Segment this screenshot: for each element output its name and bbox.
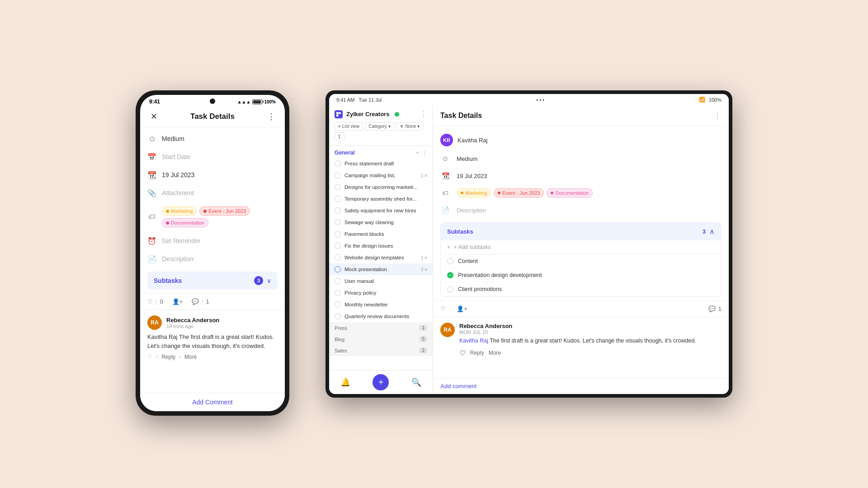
- td-comments-item[interactable]: 💬 1: [708, 305, 722, 312]
- attachment-row[interactable]: 📎 Attachment: [140, 184, 285, 202]
- reminder-placeholder: Set Reminder: [162, 237, 201, 244]
- comments-item[interactable]: 💬 | 1: [192, 298, 209, 305]
- td-add-comment-button[interactable]: Add comment: [433, 378, 729, 394]
- task-item[interactable]: Privacy policy: [329, 287, 433, 299]
- notifications-button[interactable]: 🔔: [340, 377, 350, 387]
- add-member-item[interactable]: 👤+: [172, 298, 183, 305]
- task-name: Monthly newsletter: [344, 302, 427, 307]
- td-comment-actions: ♡ Reply More: [459, 349, 722, 357]
- svg-rect-2: [336, 114, 339, 117]
- td-description-icon: 📄: [440, 205, 450, 215]
- reply-button[interactable]: Reply: [161, 354, 175, 360]
- count-filter[interactable]: 1: [335, 132, 344, 141]
- comment-like-icon[interactable]: ♡: [147, 354, 152, 360]
- task-item[interactable]: Website design templates 1 ≡: [329, 252, 433, 263]
- app-more-icon[interactable]: ⋮: [420, 110, 427, 118]
- task-circle: [335, 184, 341, 190]
- task-item[interactable]: Fix the design issues: [329, 240, 433, 252]
- subtask-item-design[interactable]: Presentation design development: [441, 268, 721, 282]
- td-add-member-item[interactable]: 👤+: [457, 305, 467, 312]
- td-description-row[interactable]: 📄 Description: [433, 202, 729, 219]
- list-view-filter[interactable]: ≡ List view: [335, 122, 363, 131]
- search-button[interactable]: 🔍: [411, 377, 421, 387]
- task-name: Safety equipment for new hires: [344, 208, 427, 213]
- general-group-header: General + ⋮: [329, 146, 433, 158]
- task-item[interactable]: User manual: [329, 275, 433, 287]
- subtasks-count-badge: 3: [254, 276, 263, 285]
- category-filter[interactable]: Category ▾: [365, 122, 394, 131]
- tag-event: Event - Jun 2023: [199, 206, 250, 216]
- task-item[interactable]: Campaign mailing list, 1 ≡: [329, 169, 433, 181]
- battery-icon: [252, 99, 262, 104]
- add-subtask-row[interactable]: + + Add subtasks: [441, 240, 721, 254]
- task-circle: [335, 207, 341, 214]
- phone-more-button[interactable]: ⋮: [265, 110, 278, 123]
- td-comment-date: MON JUL 10: [459, 329, 722, 335]
- close-button[interactable]: ✕: [147, 110, 160, 123]
- task-item[interactable]: Press statement draft: [329, 158, 433, 169]
- task-item[interactable]: Monthly newsletter: [329, 299, 433, 310]
- subtasks-header: Subtasks 3 ∨: [154, 276, 271, 285]
- subtasks-section[interactable]: Subtasks 3 ∨: [147, 272, 278, 290]
- subtask-item-content[interactable]: Content: [441, 254, 721, 268]
- task-name: Website design templates: [344, 255, 417, 260]
- td-more-button[interactable]: More: [489, 350, 501, 356]
- add-fab-button[interactable]: +: [373, 374, 389, 390]
- task-item[interactable]: Pavement blocks: [329, 228, 433, 240]
- subtask-circle: [447, 286, 453, 292]
- task-item[interactable]: Sewage way clearing: [329, 216, 433, 228]
- task-circle: [335, 160, 341, 167]
- start-date-row[interactable]: 📅 Start Date: [140, 148, 285, 166]
- reminder-row[interactable]: ⏰ Set Reminder: [140, 232, 285, 250]
- tablet-wifi-icon: 📶: [699, 97, 705, 103]
- task-detail-panel: Task Details ⋮ KR Kavitha Raj: [433, 105, 729, 394]
- task-item-active[interactable]: Mock presentation 3 ≡: [329, 263, 433, 275]
- task-name: Sewage way clearing: [344, 220, 427, 225]
- task-name: Designs for upcoming marketi...: [344, 184, 427, 190]
- task-item[interactable]: Safety equipment for new hires: [329, 205, 433, 216]
- tablet-status-bar: 9:41 AM Tue 11 Jul • • • 📶 100%: [329, 94, 729, 105]
- task-name: Press statement draft: [344, 161, 427, 166]
- priority-value: Medium: [162, 135, 184, 142]
- td-likes-item[interactable]: ♡: [440, 305, 446, 312]
- tags-container: Marketing Event - Jun 2023 Documentation: [162, 206, 278, 227]
- td-subtasks-header: Subtasks 3 ∧: [441, 223, 721, 240]
- task-item[interactable]: Designs for upcoming marketi...: [329, 181, 433, 193]
- start-date-placeholder: Start Date: [162, 153, 190, 160]
- sales-section-header[interactable]: Sales 2: [329, 345, 433, 356]
- task-item[interactable]: Quarterly review documents: [329, 310, 433, 322]
- task-detail-content: KR Kavitha Raj ⊙ Medium �: [433, 127, 729, 378]
- td-tag-docs: Documentation: [547, 188, 593, 197]
- comment-user-row: RA Rebecca Anderson 19 mins ago: [147, 315, 278, 330]
- td-comment-text: Kavitha Raj The first draft is a great s…: [459, 337, 722, 345]
- battery-label: 100%: [264, 99, 276, 104]
- task-item[interactable]: Temporary assembly shed for...: [329, 193, 433, 205]
- more-button[interactable]: More: [184, 354, 197, 360]
- td-reply-button[interactable]: Reply: [470, 350, 484, 356]
- task-name: User manual: [344, 278, 427, 284]
- task-badge: 1 ≡: [421, 173, 427, 178]
- description-row[interactable]: 📄 Description: [140, 250, 285, 268]
- add-subtask-label: + Add subtasks: [454, 244, 491, 250]
- subtask-item-promotions[interactable]: Client promotions: [441, 282, 721, 296]
- td-priority-icon: ⊙: [440, 154, 450, 164]
- td-comment-heart-icon[interactable]: ♡: [459, 349, 466, 357]
- task-detail-more-button[interactable]: ⋮: [713, 111, 722, 121]
- td-comment-mention: Kavitha Raj: [459, 338, 488, 344]
- td-tag-event: Event - Jun 2023: [494, 188, 544, 197]
- td-tags-container: Marketing Event - Jun 2023 Documentation: [457, 188, 593, 197]
- add-task-icon[interactable]: +: [416, 150, 419, 156]
- tag-marketing: Marketing: [162, 206, 197, 216]
- heart-icon: ♡: [147, 298, 153, 305]
- none-filter[interactable]: ⛛ None ▾: [396, 122, 424, 131]
- phone-header-title: Task Details: [190, 112, 235, 121]
- add-comment-button[interactable]: Add Comment: [140, 393, 285, 411]
- blog-section-header[interactable]: Blog 5: [329, 333, 433, 345]
- priority-row: ⊙ Medium: [140, 130, 285, 148]
- attachment-icon: 📎: [147, 188, 156, 197]
- td-subtasks-section: Subtasks 3 ∧ + + Add subtasks: [440, 222, 722, 297]
- likes-item[interactable]: ♡ | 0: [147, 298, 163, 305]
- activity-divider2: |: [202, 298, 203, 305]
- group-more-icon[interactable]: ⋮: [422, 150, 427, 156]
- press-section-header[interactable]: Press 1: [329, 322, 433, 333]
